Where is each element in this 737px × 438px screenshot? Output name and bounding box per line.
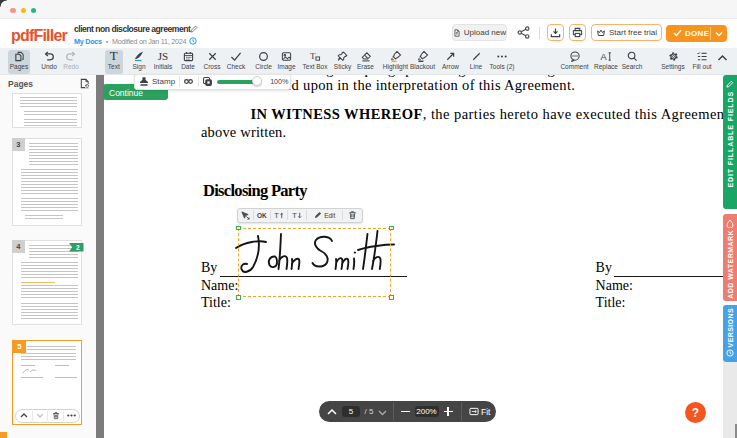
svg-text:T: T bbox=[292, 211, 297, 220]
svg-text:A: A bbox=[600, 51, 607, 61]
svg-text:T: T bbox=[310, 51, 316, 61]
svg-text:T: T bbox=[274, 211, 279, 220]
